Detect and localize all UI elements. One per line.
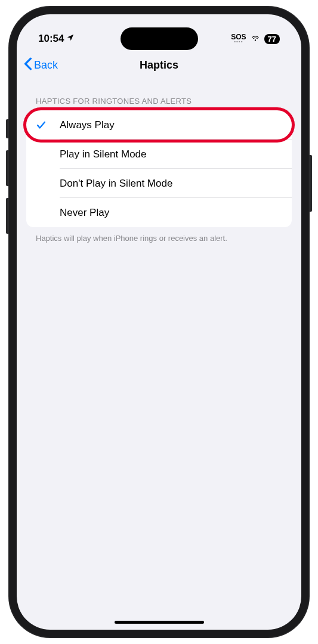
option-never-play[interactable]: Never Play [26,198,292,227]
phone-screen: 10:54 SOS •••• 77 [17,14,301,630]
status-left: 10:54 [38,33,75,45]
battery-indicator: 77 [264,34,280,44]
option-label: Don't Play in Silent Mode [60,178,172,190]
option-always-play[interactable]: Always Play [26,110,292,140]
back-label: Back [34,59,58,72]
checkmark-icon [36,120,60,131]
power-button [310,155,312,212]
side-buttons-left [6,119,8,246]
location-icon [66,33,75,45]
status-right: SOS •••• 77 [231,33,280,44]
sos-indicator: SOS •••• [231,33,246,44]
option-label: Play in Silent Mode [60,148,147,160]
section-footer: Haptics will play when iPhone rings or r… [26,227,292,250]
side-buttons-right [310,155,312,212]
section-header: HAPTICS FOR RINGTONES AND ALERTS [26,80,292,110]
wifi-icon [250,34,261,44]
page-title: Haptics [140,59,178,72]
chevron-left-icon [24,57,32,73]
back-button[interactable]: Back [24,57,58,73]
option-label: Never Play [60,207,109,219]
mute-switch [6,119,8,138]
phone-frame: 10:54 SOS •••• 77 [8,6,310,638]
dynamic-island [121,27,198,50]
home-indicator[interactable] [115,621,204,624]
nav-bar: Back Haptics [17,50,301,80]
status-time: 10:54 [38,33,64,45]
option-play-in-silent[interactable]: Play in Silent Mode [26,140,292,169]
option-dont-play-in-silent[interactable]: Don't Play in Silent Mode [26,169,292,198]
content: HAPTICS FOR RINGTONES AND ALERTS Always … [17,80,301,250]
option-label: Always Play [60,119,115,131]
volume-up-button [6,150,8,186]
volume-down-button [6,198,8,234]
haptics-options-list: Always Play Play in Silent Mode Don't Pl… [26,110,292,227]
